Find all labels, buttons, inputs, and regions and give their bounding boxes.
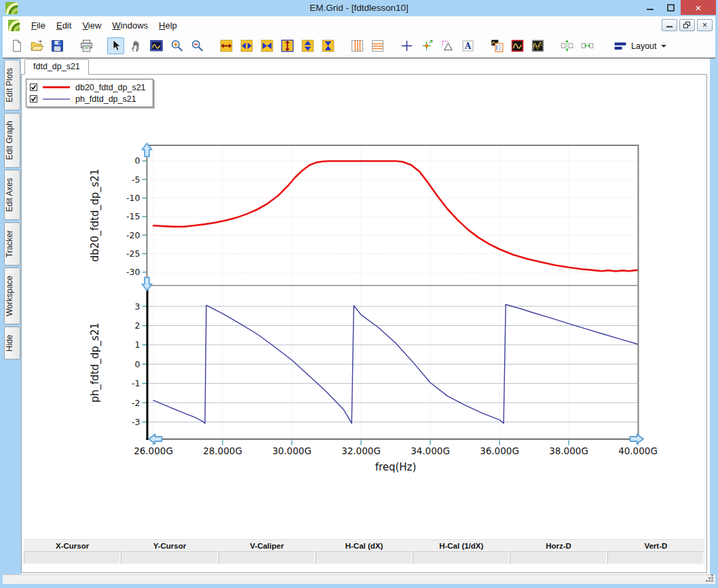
traces-icon	[531, 39, 545, 53]
plot-panel: 0-5-10-15-20-25-30db20_fdtd_dp_s213210-1…	[21, 74, 707, 573]
text-label-button[interactable]: A	[459, 37, 476, 54]
mdi-close-icon: ×	[702, 22, 707, 29]
expand-y-button[interactable]	[279, 37, 296, 54]
toolbar: ALayout	[3, 34, 715, 58]
sidebar-tab-edit-axes[interactable]: Edit Axes	[4, 170, 20, 220]
minimize-button[interactable]	[640, 0, 660, 15]
y-tick-label: 3	[135, 301, 140, 312]
status-strip	[3, 574, 715, 584]
h-distribute-icon	[580, 39, 594, 53]
sidebar-tab-hide[interactable]: Hide	[4, 327, 20, 360]
y-axis-title: ph_fdtd_dp_s21	[89, 323, 102, 403]
axis-arrow-left-icon[interactable]	[149, 435, 162, 444]
menu-view[interactable]: View	[77, 18, 107, 33]
trace-db20_fdtd_dp_s21	[153, 161, 638, 271]
expand-x-button[interactable]	[218, 37, 235, 54]
sidebar-tab-edit-graph[interactable]: Edit Graph	[4, 113, 20, 168]
sidebar-tab-workspace[interactable]: Workspace	[4, 268, 20, 325]
pan-hand-icon	[129, 39, 143, 53]
caliper-icon	[440, 39, 455, 53]
mdi-minimize-button[interactable]	[662, 19, 677, 31]
tab-fdtd-dp-s21[interactable]: fdtd_dp_s21	[24, 59, 89, 75]
legend-toggle-button[interactable]	[489, 37, 506, 54]
menu-file[interactable]: File	[26, 18, 51, 33]
layout-menu-button[interactable]: Layout	[609, 37, 670, 55]
y-tick-label: 0	[135, 155, 140, 166]
legend-box: db20_fdtd_dp_s21ph_fdtd_dp_s21	[26, 79, 153, 107]
traces-button[interactable]	[529, 37, 546, 54]
h-out-icon	[240, 39, 254, 53]
zoom-out-button[interactable]	[189, 37, 206, 54]
stretch-y-button[interactable]	[299, 37, 316, 54]
axis-arrow-right-icon[interactable]	[630, 435, 644, 444]
axes-cross-button[interactable]	[398, 37, 415, 54]
zoom-in-button[interactable]	[168, 37, 185, 54]
status-col-x-cursor: X-Cursor	[24, 540, 121, 551]
edit-trace-button[interactable]	[509, 37, 526, 54]
sidebar-tab-edit-plots[interactable]: Edit Plots	[4, 60, 20, 111]
sidebar-tab-tracker[interactable]: Tracker	[4, 222, 20, 265]
stretch-x-button[interactable]	[238, 37, 255, 54]
shrink-y-button[interactable]	[320, 37, 337, 54]
print-icon	[79, 39, 94, 53]
axes-cross-icon	[400, 39, 414, 53]
status-value-cell	[510, 551, 606, 564]
x-axis-title: freq(Hz)	[375, 461, 417, 473]
distribute-horizontal-button[interactable]	[579, 37, 596, 54]
close-button[interactable]: ×	[681, 0, 716, 15]
tracker-tool-button[interactable]	[419, 37, 436, 54]
status-col-horz-d: Horz-D	[510, 540, 607, 551]
x-tick-label: 30.000G	[272, 445, 311, 456]
resize-grip[interactable]	[705, 574, 714, 583]
plot-canvas[interactable]: 0-5-10-15-20-25-30db20_fdtd_dp_s213210-1…	[22, 75, 706, 550]
maximize-button[interactable]	[660, 0, 681, 15]
y-tick-label: -3	[132, 417, 140, 427]
v-expand-icon	[280, 39, 295, 53]
open-folder-icon	[30, 39, 44, 53]
mdi-restore-button[interactable]	[679, 19, 695, 31]
status-value-cell	[607, 551, 704, 564]
axis-arrow-down-icon[interactable]	[142, 278, 151, 291]
h-expand-icon	[219, 39, 233, 53]
status-col-h-cal-dx-: H-Cal (dX)	[316, 540, 413, 551]
legend-checkbox[interactable]	[30, 84, 37, 91]
y-tick-label: -2	[132, 398, 140, 408]
new-document-icon	[10, 39, 24, 53]
y-tick-label: 2	[135, 320, 140, 331]
grid-v-icon	[350, 39, 364, 53]
mdi-restore-icon	[683, 22, 691, 29]
y-tick-label: -1	[132, 378, 140, 388]
mdi-minimize-icon	[666, 22, 673, 28]
select-tool-button[interactable]	[107, 37, 124, 54]
shrink-x-button[interactable]	[259, 37, 276, 54]
open-file-button[interactable]	[29, 37, 45, 54]
pan-tool-button[interactable]	[128, 37, 145, 54]
legend-entry: ph_fdtd_dp_s21	[30, 93, 146, 105]
x-tick-label: 38.000G	[549, 445, 588, 456]
menu-edit[interactable]: Edit	[51, 18, 77, 33]
save-button[interactable]	[49, 37, 66, 54]
vertical-gridlines-button[interactable]	[349, 37, 366, 54]
legend-checkbox[interactable]	[30, 95, 37, 103]
status-col-vert-d: Vert-D	[607, 540, 704, 551]
legend-line-sample	[43, 98, 70, 100]
print-button[interactable]	[78, 37, 95, 54]
caliper-tool-button[interactable]	[439, 37, 456, 54]
status-value-cell	[316, 551, 412, 564]
mdi-close-button[interactable]: ×	[697, 19, 713, 31]
cursor-status-table: X-CursorY-CursorV-CaliperH-Cal (dX)H-Cal…	[24, 539, 704, 564]
y-tick-label: -5	[132, 174, 140, 185]
new-document-button[interactable]	[8, 37, 25, 54]
save-icon	[50, 39, 64, 53]
tracker-icon	[420, 39, 434, 53]
horizontal-gridlines-button[interactable]	[369, 37, 386, 54]
zoom-window-button[interactable]	[148, 37, 165, 54]
menu-help[interactable]: Help	[153, 18, 183, 33]
distribute-vertical-button[interactable]	[559, 37, 575, 54]
window-title: EM.Grid - [fdtdlesson10]	[0, 3, 718, 13]
menu-windows[interactable]: Windows	[107, 18, 153, 33]
trace-style-icon	[510, 39, 525, 53]
status-value-cell	[219, 551, 315, 564]
x-tick-label: 26.000G	[134, 445, 173, 456]
app-window: EM.Grid - [fdtdlesson10] × FileEditViewW…	[0, 0, 718, 588]
